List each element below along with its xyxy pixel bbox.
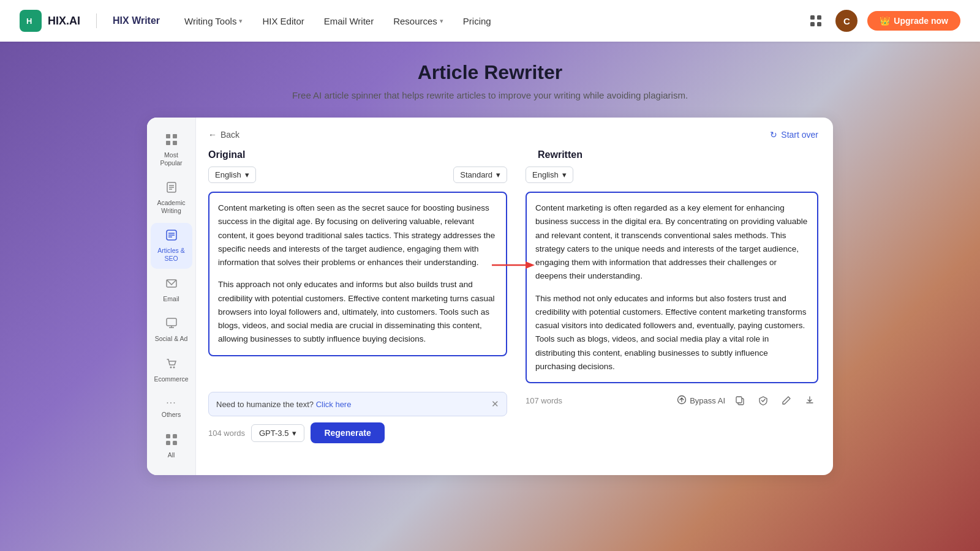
nav-resources[interactable]: Resources ▾	[393, 16, 443, 26]
tool-body: Most Popular Academic Writing	[147, 118, 833, 475]
svg-rect-3	[817, 15, 821, 20]
sidebar-label-ecommerce: Ecommerce	[154, 375, 189, 383]
mode-chevron-icon: ▾	[496, 170, 500, 179]
page-title: Article Rewriter	[418, 61, 563, 84]
sidebar-label-most-popular: Most Popular	[154, 151, 189, 167]
logo-area: H HIX.AI HIX Writer	[20, 10, 160, 32]
refresh-icon: ↻	[770, 130, 777, 140]
shield-button[interactable]	[755, 392, 772, 409]
rewritten-actions: Bypass AI	[677, 392, 818, 409]
controls-row: 104 words GPT-3.5 ▾ Regenerate	[208, 422, 507, 443]
nav-email-writer[interactable]: Email Writer	[324, 16, 374, 26]
start-over-button[interactable]: ↻ Start over	[770, 130, 818, 140]
bypass-ai-icon	[677, 395, 687, 407]
regenerate-button[interactable]: Regenerate	[311, 422, 384, 443]
original-mode-select[interactable]: Standard ▾	[453, 167, 507, 183]
sidebar-label-others: Others	[162, 411, 181, 419]
original-word-count: 104 words	[208, 429, 245, 438]
sidebar-item-academic[interactable]: Academic Writing	[151, 175, 192, 220]
product-name: HIX Writer	[113, 15, 160, 26]
sidebar-item-articles-seo[interactable]: Articles & SEO	[151, 223, 192, 268]
original-sel-row: English ▾ Standard ▾	[208, 167, 507, 188]
grid-icon[interactable]	[806, 11, 826, 31]
original-language-select[interactable]: English ▾	[208, 167, 256, 183]
svg-point-22	[170, 366, 172, 368]
humanize-link[interactable]: Click here	[316, 400, 352, 409]
sidebar-item-ecommerce[interactable]: Ecommerce	[151, 351, 192, 389]
rewritten-language-select[interactable]: English ▾	[526, 167, 573, 183]
sidebar-item-social-ad[interactable]: Social & Ad	[151, 311, 192, 349]
svg-rect-9	[173, 141, 177, 145]
sidebar: Most Popular Academic Writing	[147, 118, 196, 475]
original-text-box[interactable]: Content marketing is often seen as the s…	[208, 192, 507, 356]
rewritten-header: Rewritten	[526, 149, 818, 160]
copy-button[interactable]	[731, 392, 748, 409]
svg-rect-27	[173, 441, 177, 445]
page-subtitle: Free AI article spinner that helps rewri…	[292, 90, 688, 100]
svg-rect-8	[166, 141, 170, 145]
transform-arrow	[492, 258, 535, 275]
email-icon	[165, 277, 178, 293]
nav-hix-editor[interactable]: HIX Editor	[262, 16, 304, 26]
original-para-2: This approach not only educates and info…	[218, 278, 497, 346]
logo-icon: H	[20, 10, 42, 32]
rewritten-column: Rewritten English ▾ Content marketing is…	[513, 149, 818, 383]
svg-point-23	[173, 366, 175, 368]
lang-chevron-icon: ▾	[245, 170, 249, 179]
svg-rect-26	[166, 441, 170, 445]
sidebar-item-all[interactable]: All	[151, 427, 192, 465]
rewritten-text-box: Content marketing is often regarded as a…	[526, 192, 818, 383]
sidebar-label-all: All	[168, 451, 175, 459]
svg-rect-4	[810, 22, 815, 26]
gpt-model-select[interactable]: GPT-3.5 ▾	[251, 424, 304, 442]
most-popular-icon	[165, 133, 178, 149]
upgrade-button[interactable]: 👑 Upgrade now	[867, 11, 960, 31]
social-ad-icon	[165, 317, 178, 332]
sidebar-item-email[interactable]: Email	[151, 271, 192, 309]
back-button[interactable]: ← Back	[208, 130, 239, 140]
rewritten-para-2: This method not only educates and inform…	[535, 292, 809, 374]
academic-icon	[165, 181, 178, 197]
tool-container: Most Popular Academic Writing	[147, 118, 833, 475]
bottom-bar: Need to humanize the text? Click here ✕ …	[208, 392, 818, 443]
nav-pricing[interactable]: Pricing	[463, 16, 491, 26]
all-icon	[165, 433, 178, 449]
crown-icon: 👑	[880, 16, 890, 26]
sidebar-label-academic: Academic Writing	[154, 199, 189, 214]
original-column: Original English ▾ Standard ▾	[208, 149, 513, 383]
sidebar-label-email: Email	[163, 295, 179, 303]
user-avatar[interactable]: C	[835, 10, 858, 32]
humanize-text: Need to humanize the text? Click here	[216, 400, 351, 409]
edit-button[interactable]	[778, 392, 795, 409]
articles-seo-icon	[165, 229, 178, 244]
left-bottom: Need to humanize the text? Click here ✕ …	[208, 392, 513, 443]
original-para-1: Content marketing is often seen as the s…	[218, 201, 497, 269]
svg-rect-32	[736, 397, 742, 403]
main-nav: Writing Tools ▾ HIX Editor Email Writer …	[184, 16, 806, 26]
svg-rect-2	[810, 15, 815, 20]
svg-rect-25	[173, 434, 177, 438]
header-right: C 👑 Upgrade now	[806, 10, 960, 32]
rewritten-para-1: Content marketing is often regarded as a…	[535, 201, 809, 283]
logo-text: HIX.AI	[48, 15, 80, 28]
humanize-close-icon[interactable]: ✕	[491, 399, 499, 410]
svg-rect-6	[166, 134, 170, 138]
header: H HIX.AI HIX Writer Writing Tools ▾ HIX …	[0, 0, 980, 42]
right-bottom: 107 words Bypass AI	[513, 392, 818, 409]
others-icon: ···	[166, 397, 176, 408]
bypass-ai-button[interactable]: Bypass AI	[677, 395, 725, 407]
nav-writing-tools[interactable]: Writing Tools ▾	[184, 16, 243, 26]
editor-columns: Original English ▾ Standard ▾	[208, 149, 818, 383]
export-button[interactable]	[801, 392, 818, 409]
writing-tools-chevron: ▾	[239, 17, 243, 25]
sidebar-item-others[interactable]: ··· Others	[151, 391, 192, 425]
panel-header: ← Back ↻ Start over	[208, 130, 818, 140]
rewritten-sel-row: English ▾	[526, 167, 818, 188]
resources-chevron: ▾	[440, 17, 443, 25]
sidebar-label-articles-seo: Articles & SEO	[154, 247, 189, 262]
sidebar-item-most-popular[interactable]: Most Popular	[151, 127, 192, 173]
rewritten-word-count: 107 words	[526, 396, 562, 405]
svg-rect-7	[173, 134, 177, 138]
gpt-chevron-icon: ▾	[292, 429, 296, 438]
back-arrow-icon: ←	[208, 130, 217, 140]
